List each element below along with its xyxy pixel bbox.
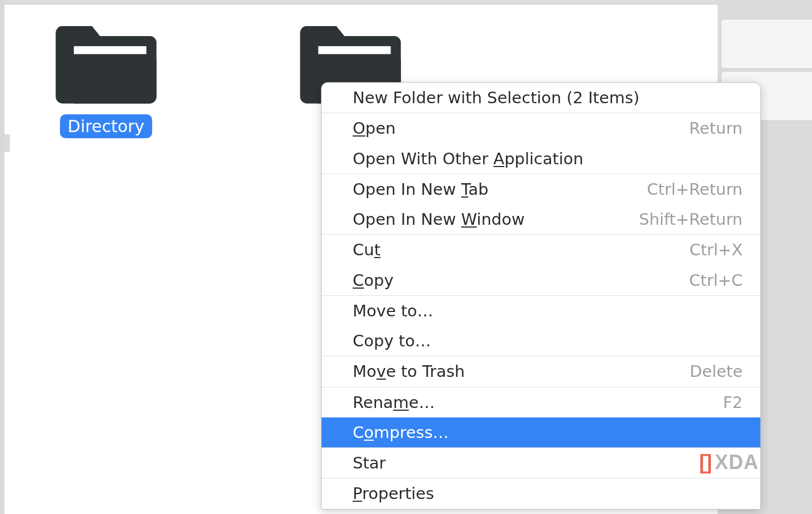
menu-item-accel: Shift+Return [639,209,743,229]
menu-item-label: Properties [353,483,434,503]
menu-item-accel: Delete [690,361,743,381]
menu-item-label: Open [353,118,395,138]
menu-item-accel: Return [689,118,743,138]
svg-rect-0 [74,46,147,54]
menu-item-label: Move to Trash [353,361,465,381]
menu-item-move-to-trash[interactable]: Move to TrashDelete [322,356,760,386]
menu-item-star[interactable]: Star [322,448,760,478]
menu-item-accel: F2 [723,392,743,412]
menu-item-accel: Ctrl+C [689,270,743,290]
svg-rect-1 [318,46,391,54]
sidebar-handle [4,134,10,152]
menu-item-copy[interactable]: CopyCtrl+C [322,265,760,295]
context-menu[interactable]: New Folder with Selection (2 Items)OpenR… [321,82,761,510]
menu-item-label: Open In New Window [353,209,525,229]
menu-item-open-in-new-tab[interactable]: Open In New TabCtrl+Return [322,174,760,204]
menu-item-move-to[interactable]: Move to… [322,296,760,326]
folder-label: Directory [60,114,152,138]
menu-item-new-folder-with-selection-2-items[interactable]: New Folder with Selection (2 Items) [322,83,760,113]
menu-item-label: Compress… [353,422,449,442]
menu-item-open-with-other-application[interactable]: Open With Other Application [322,144,760,174]
menu-item-open[interactable]: OpenReturn [322,113,760,143]
menu-item-label: Copy [353,270,394,290]
menu-item-label: Open In New Tab [353,179,488,199]
folder-item-directory[interactable]: Directory [31,20,181,138]
menu-item-accel: Ctrl+Return [647,179,743,199]
menu-item-label: Move to… [353,301,433,321]
menu-item-rename[interactable]: Rename…F2 [322,387,760,417]
folder-icon [54,20,158,107]
menu-item-copy-to[interactable]: Copy to… [322,326,760,356]
menu-item-open-in-new-window[interactable]: Open In New WindowShift+Return [322,204,760,234]
headerbar-fragment [4,0,718,4]
menu-item-compress[interactable]: Compress… [322,417,760,447]
xda-watermark: [] XDA [699,451,759,474]
menu-item-properties[interactable]: Properties [322,478,760,508]
menu-item-label: Open With Other Application [353,149,583,169]
menu-item-label: Cut [353,240,380,260]
menu-item-accel: Ctrl+X [689,240,743,260]
right-tab-1 [721,19,812,69]
menu-item-label: Rename… [353,392,435,412]
watermark-text: XDA [715,451,759,474]
menu-item-cut[interactable]: CutCtrl+X [322,235,760,265]
menu-item-label: New Folder with Selection (2 Items) [353,88,639,108]
menu-item-label: Copy to… [353,331,431,351]
menu-item-label: Star [353,453,385,473]
